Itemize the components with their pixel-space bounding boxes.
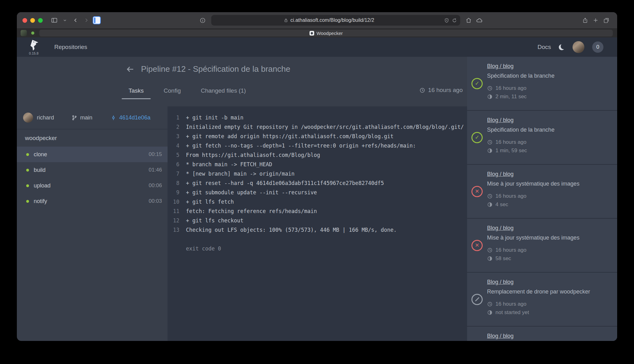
address-bar[interactable]: ci.athaliasoft.com/Blog/blog/build/12/2 [211, 15, 460, 26]
log-line-text: + git reset --hard -q 4614d1e06a3dabf311… [179, 178, 384, 188]
repo-link[interactable]: Blog / blog [487, 62, 514, 70]
build-status-column [467, 327, 487, 341]
log-line-number: 13 [168, 225, 179, 235]
tab-title: Woodpecker [317, 31, 343, 36]
minimize-window-button[interactable] [30, 18, 35, 23]
zoom-window-button[interactable] [38, 18, 43, 23]
new-tab-icon[interactable] [590, 15, 601, 25]
app-navbar: 0.15.8 Repositories Docs 0 [17, 37, 617, 57]
url-text: ci.athaliasoft.com/Blog/blog/build/12/2 [290, 17, 374, 23]
repo-link[interactable]: Blog / blog [487, 116, 514, 124]
log-line: 6 * branch main -> FETCH_HEAD [168, 160, 467, 169]
build-time: 16 hours ago [487, 192, 613, 200]
pipeline-list-item[interactable]: Blog / blog Mise à jour systématique des… [467, 327, 617, 341]
step-status-dot [26, 184, 29, 187]
share-icon[interactable] [580, 15, 590, 25]
nav-repositories-link[interactable]: Repositories [54, 44, 87, 51]
build-message: Mise à jour systématique des images [487, 180, 613, 188]
build-status-column [467, 219, 487, 272]
pipeline-list-item[interactable]: Blog / blog Mise à jour systématique des… [467, 165, 617, 219]
log-line: 9 + git submodule update --init --recurs… [168, 188, 467, 197]
tab-overview-icon[interactable] [601, 15, 612, 25]
pinned-tab-2[interactable] [30, 30, 36, 36]
woodpecker-logo[interactable]: 0.15.8 [28, 39, 39, 55]
step-item[interactable]: upload 00:06 [17, 178, 168, 193]
build-status-column [467, 111, 487, 164]
browser-window: ci.athaliasoft.com/Blog/blog/build/12/2 [17, 12, 617, 341]
step-item[interactable]: clone 00:15 [17, 147, 168, 162]
status-icon [471, 132, 483, 143]
notification-badge[interactable]: 0 [592, 41, 603, 53]
repo-link[interactable]: Blog / blog [487, 332, 514, 340]
back-button[interactable] [70, 15, 81, 25]
log-line: 12 + git lfs checkout [168, 216, 467, 225]
branch-icon [71, 115, 77, 121]
repo-link[interactable]: Blog / blog [487, 170, 514, 178]
build-duration: 1 min, 59 sec [487, 146, 613, 155]
active-tab[interactable]: Woodpecker [39, 30, 613, 36]
log-line-number: 5 [168, 150, 179, 160]
build-time-label: 16 hours ago [495, 246, 526, 254]
close-window-button[interactable] [22, 18, 27, 23]
build-message: Remplacement de drone par woodpecker [487, 288, 613, 296]
clock-icon [487, 139, 493, 145]
log-line: 8 + git reset --hard -q 4614d1e06a3dabf3… [168, 178, 467, 188]
step-name: clone [34, 151, 47, 158]
reload-icon[interactable] [452, 18, 457, 23]
log-line-number: 6 [168, 160, 179, 169]
app-shortcut-icon[interactable] [91, 15, 102, 25]
home-icon[interactable] [463, 15, 474, 25]
build-message: Spécification de la branche [487, 72, 613, 80]
step-status-dot [26, 200, 29, 203]
pipeline-list-item[interactable]: Blog / blog Spécification de la branche … [467, 57, 617, 111]
log-output[interactable]: 1 + git init -b main 2 Initialized empty… [168, 106, 467, 341]
sidebar-icon[interactable] [49, 15, 60, 25]
build-duration: not started yet [487, 308, 613, 317]
log-line-number: 7 [168, 169, 179, 178]
back-arrow-icon[interactable] [125, 65, 135, 74]
build-duration: 58 sec [487, 254, 613, 263]
build-duration-label: 1 min, 59 sec [495, 146, 527, 155]
clock-icon [487, 85, 493, 91]
pinned-tab-1[interactable] [21, 30, 27, 36]
pipeline-list-item[interactable]: Blog / blog Spécification de la branche … [467, 111, 617, 165]
repo-link[interactable]: Blog / blog [487, 224, 514, 232]
build-time: 16 hours ago [487, 138, 613, 146]
nav-docs-link[interactable]: Docs [538, 44, 551, 51]
build-duration-label: not started yet [495, 308, 529, 317]
user-avatar[interactable] [573, 41, 584, 53]
log-line-number: 9 [168, 188, 179, 197]
log-line: 7 * [new branch] main -> origin/main [168, 169, 467, 178]
task-panel: richard main 4614d1e06a woodpecker [17, 106, 168, 341]
commit-link[interactable]: 4614d1e06a [110, 114, 150, 121]
forward-button[interactable] [81, 15, 91, 25]
pipeline-list-item[interactable]: Blog / blog Remplacement de drone par wo… [467, 273, 617, 327]
pipeline-tab[interactable]: Tasks [127, 86, 146, 95]
step-item[interactable]: build 01:46 [17, 162, 168, 178]
step-item[interactable]: notify 00:03 [17, 193, 168, 209]
chevron-down-icon[interactable] [60, 15, 70, 25]
log-line-text: * [new branch] main -> origin/main [179, 169, 295, 178]
cloud-icon[interactable] [474, 15, 485, 25]
build-time-label: 16 hours ago [495, 84, 526, 92]
privacy-shield-icon[interactable] [444, 18, 449, 23]
page-info-icon[interactable] [198, 15, 208, 25]
pipeline-list-item[interactable]: Blog / blog Mise à jour systématique des… [467, 219, 617, 273]
pipeline-tab[interactable]: Changed files (1) [199, 86, 248, 95]
log-line: 2 Initialized empty Git repository in /w… [168, 122, 467, 132]
log-line-text: + git fetch --no-tags --depth=1 --filter… [179, 141, 416, 150]
step-duration: 00:15 [149, 151, 162, 158]
clock-icon [487, 193, 493, 199]
build-duration-label: 2 min, 11 sec [495, 92, 527, 101]
pipeline-tab[interactable]: Config [162, 86, 183, 95]
build-message: Mise à jour systématique des images [487, 234, 613, 242]
log-line: 3 + git remote add origin https://git.at… [168, 132, 467, 141]
step-name: notify [34, 198, 47, 205]
pipeline-feed: Blog / blog Spécification de la branche … [467, 57, 617, 341]
repo-link[interactable]: Blog / blog [487, 278, 514, 286]
dark-mode-toggle-icon[interactable] [559, 44, 565, 50]
log-line-text: + git lfs fetch [179, 197, 234, 206]
log-line-number: 1 [168, 113, 179, 122]
status-icon [471, 186, 483, 197]
workflow-name: woodpecker [17, 129, 168, 147]
